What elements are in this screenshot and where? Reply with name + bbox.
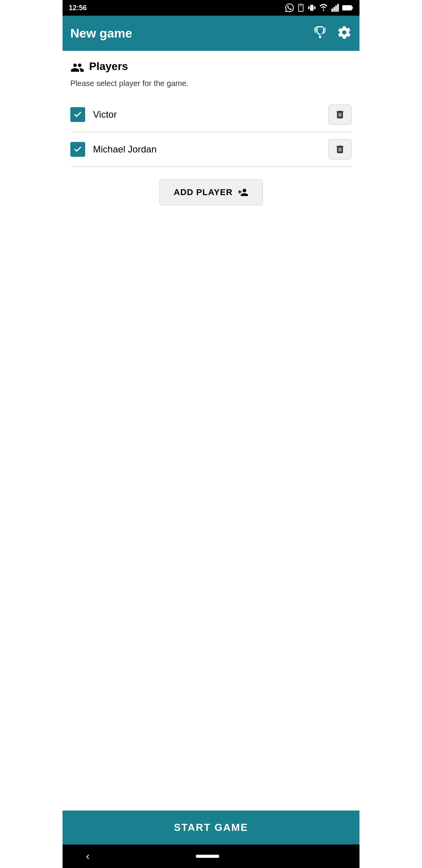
- player-list: Victor Michael Jordan: [70, 97, 352, 167]
- player-1-checkbox[interactable]: [70, 107, 85, 122]
- main-content: Players Please select player for the gam…: [63, 51, 359, 811]
- page-title: New game: [70, 26, 132, 41]
- svg-rect-8: [331, 9, 333, 12]
- player-row-2: Michael Jordan: [70, 132, 352, 167]
- nav-bar: ‹: [63, 845, 359, 868]
- svg-rect-13: [352, 7, 353, 9]
- section-title: Players: [89, 60, 128, 73]
- section-subtitle: Please select player for the game.: [70, 79, 352, 88]
- svg-rect-11: [337, 4, 339, 12]
- home-pill[interactable]: [196, 855, 219, 858]
- wifi-icon: [319, 4, 328, 12]
- start-game-button[interactable]: START GAME: [63, 811, 359, 845]
- add-person-icon: [238, 187, 249, 198]
- signal-icon: [331, 4, 339, 12]
- section-header: Players: [70, 60, 352, 73]
- status-time: 12:56: [69, 4, 87, 12]
- player-row: Victor: [70, 97, 352, 132]
- svg-rect-0: [299, 4, 303, 11]
- whatsapp-icon: [285, 4, 294, 12]
- add-player-label: ADD PLAYER: [174, 187, 233, 197]
- status-icons: [285, 4, 353, 12]
- svg-rect-9: [333, 7, 335, 12]
- app-bar: New game: [63, 16, 359, 51]
- player-1-name: Victor: [93, 109, 117, 120]
- delete-player-2-button[interactable]: [328, 139, 352, 160]
- players-icon: [70, 61, 84, 72]
- add-player-button[interactable]: ADD PLAYER: [159, 179, 263, 205]
- app-bar-actions: [313, 25, 352, 41]
- settings-button[interactable]: [337, 25, 352, 41]
- phone-icon: [297, 4, 305, 12]
- player-row-left-1: Victor: [70, 107, 117, 122]
- delete-player-1-button[interactable]: [328, 104, 352, 125]
- player-2-name: Michael Jordan: [93, 144, 157, 155]
- vibrate-icon: [308, 4, 316, 12]
- player-row-left-2: Michael Jordan: [70, 142, 157, 157]
- trophy-button[interactable]: [313, 25, 327, 41]
- bottom-section: START GAME: [63, 811, 359, 845]
- svg-rect-10: [335, 5, 337, 12]
- status-bar: 12:56: [63, 0, 359, 16]
- battery-icon: [342, 5, 353, 11]
- back-button[interactable]: ‹: [86, 850, 89, 863]
- svg-rect-14: [343, 6, 349, 10]
- svg-point-7: [323, 10, 324, 11]
- player-2-checkbox[interactable]: [70, 142, 85, 157]
- svg-rect-2: [310, 5, 313, 11]
